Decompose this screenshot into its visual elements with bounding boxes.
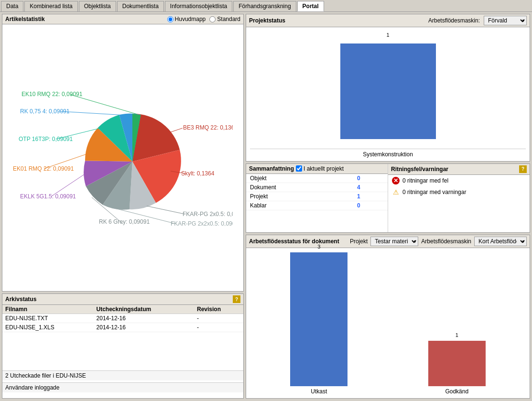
utkast-group: 3 Utkast <box>290 252 347 395</box>
ritning-header: Ritningsfel/varningar ? <box>388 164 530 175</box>
projekt-header: Projektstatus Arbetsflödesmaskin: Förval… <box>246 14 530 27</box>
samman-ritning-panel: Sammanfattning I aktuellt projekt Objekt… <box>246 163 530 233</box>
table-row: Projekt1 <box>246 192 388 201</box>
error-icon: ✕ <box>392 177 400 184</box>
svg-text:Skylt: 0,1364: Skylt: 0,1364 <box>181 170 215 177</box>
error-row: ✕ 0 ritningar med fel <box>388 175 530 186</box>
table-row: Kablar0 <box>246 201 388 210</box>
artikel-title: Artikelstatistik <box>5 16 163 22</box>
system-chart-label: Systemkonstruktion <box>363 151 413 158</box>
arkiv-panel: Arkivstatus ? Filnamn Utcheckningsdatum … <box>2 293 244 399</box>
svg-text:EK01 RMQ 22: 0,09091: EK01 RMQ 22: 0,09091 <box>13 165 74 172</box>
svg-line-16 <box>61 111 125 115</box>
svg-line-18 <box>70 95 137 114</box>
arbets-header: Arbetsflödesstatus för dokument Projekt … <box>246 235 530 248</box>
godkand-group: 1 Godkänd <box>428 341 486 395</box>
arbets-title: Arbetsflödesstatus för dokument <box>249 238 347 245</box>
radio-group: Huvudmapp Standard <box>167 16 240 22</box>
ritning-section: Ritningsfel/varningar ? ✕ 0 ritningar me… <box>388 164 530 232</box>
samman-section: Sammanfattning I aktuellt projekt Objekt… <box>246 164 388 232</box>
utkast-bar-wrapper: 3 <box>290 252 347 386</box>
col-utcheck: Utcheckningsdatum <box>94 305 194 314</box>
arbetsflode-select[interactable]: Förvald <box>484 16 527 25</box>
tab-objekt[interactable]: Objektlista <box>79 1 116 11</box>
arbets-projekt-label: Projekt <box>350 238 368 245</box>
main-content: Artikelstatistik Huvudmapp Standard <box>0 12 532 401</box>
tab-forhand[interactable]: Förhandsgranskning <box>233 1 296 11</box>
arbets-maskin-select[interactable]: Kort Arbetsflöde <box>474 237 527 246</box>
arkiv-header: Arkivstatus ? <box>2 294 243 305</box>
system-bar <box>340 43 436 139</box>
anvandare-section: Användare inloggade <box>2 382 243 392</box>
godkand-bar-wrapper: 1 <box>428 341 486 386</box>
artikel-header: Artikelstatistik Huvudmapp Standard <box>2 14 243 24</box>
arkiv-footer: 2 Utcheckade filer i EDU-NIJSE <box>2 370 243 380</box>
samman-title: Sammanfattning <box>249 165 294 172</box>
table-row: EDU-NIJSE_1.XLS2014-12-16- <box>2 323 243 332</box>
godkand-count: 1 <box>456 332 458 338</box>
svg-text:EKLK 5G1.5: 0,09091: EKLK 5G1.5: 0,09091 <box>20 193 76 200</box>
system-chart-area: 1 Systemkonstruktion <box>246 27 530 162</box>
tab-info[interactable]: Informationsobjektlista <box>165 1 232 11</box>
system-bar-count: 1 <box>386 32 389 38</box>
table-row: Dokument4 <box>246 183 388 192</box>
arbets-chart-area: 3 Utkast 1 Godkänd <box>246 248 530 399</box>
col-revision: Revision <box>194 305 243 314</box>
tab-dokument[interactable]: Dokumentlista <box>117 1 164 11</box>
col-filnamn: Filnamn <box>2 305 94 314</box>
projekt-panel: Projektstatus Arbetsflödesmaskin: Förval… <box>246 14 530 162</box>
radio-standard[interactable]: Standard <box>209 16 240 22</box>
artikel-panel: Artikelstatistik Huvudmapp Standard <box>2 14 244 292</box>
utkast-label: Utkast <box>311 388 327 395</box>
svg-text:OTP 16T3P: 0,09091: OTP 16T3P: 0,09091 <box>19 136 73 142</box>
arbetsflode-label: Arbetsflödesmaskin: <box>428 17 480 24</box>
svg-text:RK 0,75 4: 0,09091: RK 0,75 4: 0,09091 <box>20 108 70 115</box>
right-panel: Projektstatus Arbetsflödesmaskin: Förval… <box>246 14 530 399</box>
arbetsflode-select-wrapper: Förvald <box>484 16 527 25</box>
utkast-count: 3 <box>317 244 320 249</box>
svg-line-4 <box>147 206 185 214</box>
table-row: EDU-NIJSE.TXT2014-12-16- <box>2 314 243 323</box>
tab-kombinerad[interactable]: Kombinerad lista <box>24 1 77 11</box>
radio-huvudmapp[interactable]: Huvudmapp <box>167 16 206 22</box>
godkand-bar <box>428 341 486 386</box>
projekt-select[interactable]: Testar materiale <box>370 237 418 246</box>
arkiv-icon: ? <box>233 295 240 303</box>
godkand-label: Godkänd <box>445 388 468 395</box>
projekt-title: Projektstatus <box>249 17 424 24</box>
arbets-panel: Arbetsflödesstatus för dokument Projekt … <box>246 235 530 399</box>
left-panel: Artikelstatistik Huvudmapp Standard <box>2 14 244 399</box>
arbets-maskin-select-wrapper: Kort Arbetsflöde <box>474 237 527 246</box>
warning-icon: ⚠ <box>392 188 400 196</box>
svg-text:BE3 RMQ 22: 0,1364: BE3 RMQ 22: 0,1364 <box>183 124 233 131</box>
svg-text:FKAR-PG 2x2x0.5: 0,09091: FKAR-PG 2x2x0.5: 0,09091 <box>171 220 233 226</box>
svg-text:FKAR-PG 2x0.5: 0,09091: FKAR-PG 2x0.5: 0,09091 <box>183 211 233 217</box>
tab-data[interactable]: Data <box>1 1 23 11</box>
samman-table: Objekt0Dokument4Projekt1Kablar0 <box>246 174 388 210</box>
utkast-bar <box>290 252 347 386</box>
arkiv-table: Filnamn Utcheckningsdatum Revision EDU-N… <box>2 305 243 332</box>
tab-bar: Data Kombinerad lista Objektlista Dokume… <box>0 0 532 12</box>
pie-chart-area: BE3 RMQ 22: 0,1364 Skylt: 0,1364 FKAR-PG… <box>2 24 243 289</box>
samman-header: Sammanfattning I aktuellt projekt <box>246 164 388 174</box>
tab-portal[interactable]: Portal <box>297 1 324 11</box>
svg-text:EK10 RMQ 22: 0,09091: EK10 RMQ 22: 0,09091 <box>22 91 83 98</box>
warning-row: ⚠ 0 ritningar med varningar <box>388 186 530 198</box>
aktuellt-projekt-check[interactable]: I aktuellt projekt <box>296 165 344 172</box>
table-row: Objekt0 <box>246 174 388 183</box>
pie-chart: BE3 RMQ 22: 0,1364 Skylt: 0,1364 FKAR-PG… <box>13 87 233 226</box>
ritning-icon: ? <box>519 165 527 173</box>
arkiv-title: Arkivstatus <box>5 296 36 303</box>
projekt-select-wrapper: Testar materiale <box>370 237 418 246</box>
arbets-maskin-label: Arbetsflödesmaskin <box>421 238 471 245</box>
svg-text:RK 6 Grey: 0,09091: RK 6 Grey: 0,09091 <box>99 218 150 225</box>
